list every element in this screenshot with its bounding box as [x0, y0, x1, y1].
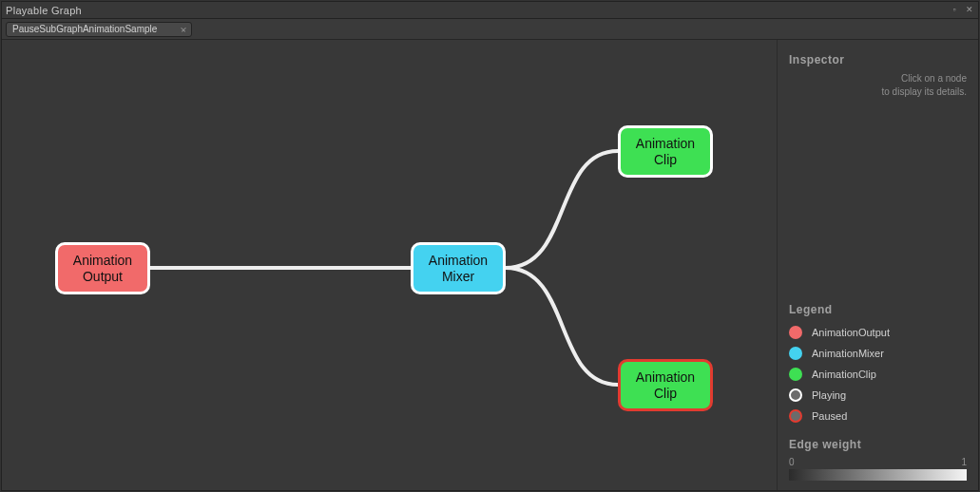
legend-heading: Legend [789, 303, 967, 316]
dot-icon [789, 326, 802, 339]
workspace: AnimationOutput AnimationMixer Animation… [2, 40, 978, 490]
title-bar: Playable Graph ▫ ✕ [2, 2, 978, 19]
legend-item-playing: Playing [789, 388, 967, 402]
legend-item-paused: Paused [789, 409, 967, 423]
node-animation-clip-2[interactable]: AnimationClip [618, 359, 713, 411]
edge-mixer-clip1 [506, 151, 618, 268]
close-icon[interactable]: ✕ [965, 6, 974, 15]
edge-mixer-clip2 [506, 268, 618, 385]
node-animation-output[interactable]: AnimationOutput [55, 242, 150, 294]
minimize-icon[interactable]: ▫ [950, 6, 959, 15]
node-animation-mixer[interactable]: AnimationMixer [411, 242, 506, 294]
dropdown-value: PauseSubGraphAnimationSample [12, 24, 157, 34]
ring-icon [789, 388, 802, 402]
graph-canvas[interactable]: AnimationOutput AnimationMixer Animation… [2, 40, 777, 490]
node-animation-clip-1[interactable]: AnimationClip [618, 125, 713, 178]
edge-weight-gradient [789, 469, 967, 481]
window-title: Playable Graph [6, 5, 82, 16]
inspector-hint: Click on a node to display its details. [789, 72, 967, 99]
toolbar: PauseSubGraphAnimationSample [2, 19, 978, 40]
edge-weight-heading: Edge weight [789, 438, 967, 451]
inspector-heading: Inspector [789, 53, 967, 66]
window-controls: ▫ ✕ [950, 6, 974, 15]
legend-item-animation-output: AnimationOutput [789, 326, 967, 339]
edge-min: 0 [789, 457, 795, 467]
dot-icon [789, 347, 802, 360]
legend: Legend AnimationOutput AnimationMixer An… [789, 288, 967, 481]
graph-selector-dropdown[interactable]: PauseSubGraphAnimationSample [6, 22, 192, 37]
dot-icon [789, 368, 802, 381]
edge-weight-scale: 0 1 [789, 457, 967, 467]
legend-item-animation-clip: AnimationClip [789, 368, 967, 381]
legend-item-animation-mixer: AnimationMixer [789, 347, 967, 360]
inspector-panel: Inspector Click on a node to display its… [777, 40, 978, 490]
edge-max: 1 [961, 457, 967, 467]
window: Playable Graph ▫ ✕ PauseSubGraphAnimatio… [1, 1, 979, 491]
ring-icon [789, 409, 802, 423]
